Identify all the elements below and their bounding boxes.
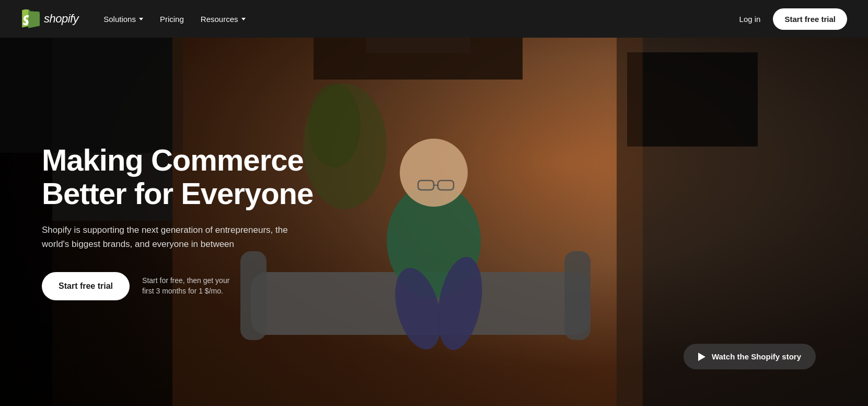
logo-link[interactable]: shopify <box>21 9 78 28</box>
hero-title: Making Commerce Better for Everyone <box>42 143 366 210</box>
solutions-nav-item[interactable]: Solutions <box>97 10 149 28</box>
hero-cta-small-text: Start for free, then get your first 3 mo… <box>142 276 236 296</box>
svg-rect-2 <box>0 38 183 153</box>
navbar: shopify Solutions Pricing Resources Log … <box>0 0 868 38</box>
svg-rect-6 <box>627 52 758 146</box>
nav-cta-button[interactable]: Start free trial <box>773 8 847 30</box>
pricing-nav-item[interactable]: Pricing <box>154 10 190 28</box>
nav-right: Log in Start free trial <box>739 8 847 30</box>
play-icon <box>698 353 705 361</box>
nav-links: Solutions Pricing Resources <box>97 10 739 28</box>
hero-content: Making Commerce Better for Everyone Shop… <box>42 143 366 300</box>
pricing-label: Pricing <box>160 15 184 24</box>
hero-actions: Start free trial Start for free, then ge… <box>42 272 366 300</box>
svg-rect-12 <box>564 251 591 340</box>
login-link[interactable]: Log in <box>739 15 761 24</box>
resources-nav-item[interactable]: Resources <box>194 10 252 28</box>
watch-story-label: Watch the Shopify story <box>712 352 801 361</box>
logo-text: shopify <box>44 12 78 26</box>
hero-subtitle: Shopify is supporting the next generatio… <box>42 223 303 251</box>
shopify-logo-icon <box>21 9 40 28</box>
resources-chevron-icon <box>241 18 246 20</box>
resources-label: Resources <box>201 15 238 24</box>
hero-cta-button[interactable]: Start free trial <box>42 272 130 300</box>
svg-point-14 <box>400 139 468 207</box>
solutions-label: Solutions <box>103 15 136 24</box>
solutions-chevron-icon <box>139 18 143 20</box>
watch-story-button[interactable]: Watch the Shopify story <box>684 344 816 369</box>
hero-section: shopify Solutions Pricing Resources Log … <box>0 0 868 406</box>
